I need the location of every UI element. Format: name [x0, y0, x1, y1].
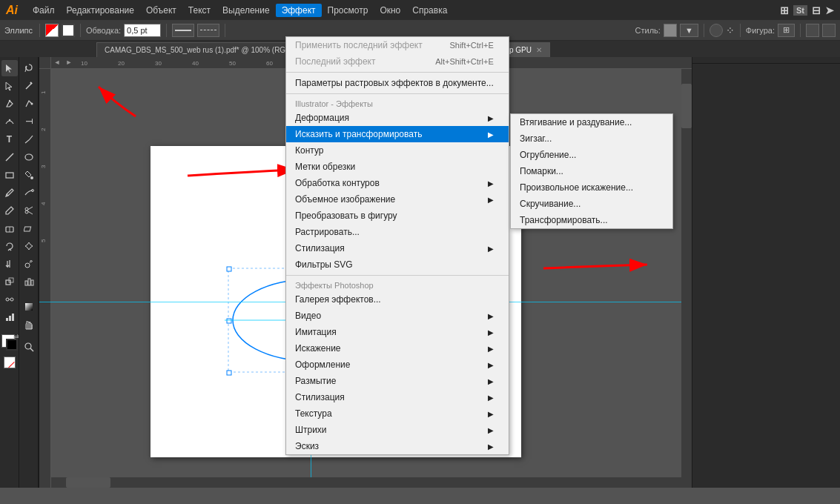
symbol-sprayer-tool[interactable] [21, 256, 37, 272]
menu-view[interactable]: Просмотр [322, 4, 374, 17]
select-tool[interactable] [1, 60, 18, 76]
scale-tool[interactable] [1, 273, 18, 290]
ellipse-tool[interactable] [21, 149, 37, 165]
submenu-transform[interactable]: Трансформировать... [511, 212, 672, 228]
effect-stylize[interactable]: Стилизация ▶ [286, 240, 509, 256]
vertical-scrollbar[interactable] [681, 69, 692, 477]
type-tool[interactable]: T [1, 131, 18, 147]
submenu-twist[interactable]: Скручивание... [511, 196, 672, 212]
effect-last[interactable]: Последний эффект Alt+Shift+Ctrl+E [286, 53, 509, 70]
rect-tool[interactable] [1, 167, 18, 183]
menu-effect[interactable]: Эффект [276, 4, 322, 17]
effect-stylize2[interactable]: Стилизация ▶ [286, 389, 509, 405]
svg-text:20: 20 [118, 60, 125, 67]
paintbucket-tool[interactable] [21, 167, 37, 183]
effect-gallery[interactable]: Галерея эффектов... [286, 291, 509, 308]
layout-icon[interactable]: ⊟ [812, 4, 821, 16]
chart-tool[interactable] [1, 309, 18, 325]
gradient-tool[interactable] [21, 299, 37, 315]
menu-file[interactable]: Файл [27, 4, 61, 17]
fill-color-swatch[interactable] [45, 24, 59, 37]
effect-strokes[interactable]: Штрихи ▶ [286, 422, 509, 438]
effect-apply-last[interactable]: Применить последний эффект Shift+Ctrl+E [286, 37, 509, 53]
effect-svg-filters[interactable]: Фильтры SVG [286, 256, 509, 273]
menu-object[interactable]: Объект [140, 4, 182, 17]
effect-raster-settings[interactable]: Параметры растровых эффектов в документе… [286, 75, 509, 91]
circle-btn1[interactable] [710, 24, 723, 37]
curvature-tool[interactable] [1, 113, 18, 130]
pen-tool[interactable] [1, 96, 18, 112]
horizontal-scrollbar[interactable] [51, 477, 692, 488]
svg-point-21 [25, 210, 28, 213]
scroll-left-btn[interactable]: ◄ [51, 57, 63, 67]
effect-video[interactable]: Видео ▶ [286, 308, 509, 324]
effect-contour[interactable]: Контур [286, 142, 509, 159]
brush-tool[interactable] [1, 185, 18, 201]
stroke-value-input[interactable] [124, 24, 161, 37]
smooth-tool[interactable] [21, 185, 37, 201]
submenu-bloat[interactable]: Помарки... [511, 163, 672, 179]
effect-crop-marks[interactable]: Метки обрезки [286, 159, 509, 175]
effect-sketch[interactable]: Эскиз ▶ [286, 438, 509, 454]
stroke-color-swatch[interactable] [62, 24, 75, 37]
svg-text:5: 5 [40, 239, 47, 242]
svg-line-22 [27, 207, 33, 210]
line-tool[interactable] [1, 149, 18, 165]
anchor-pen-tool[interactable] [21, 96, 37, 112]
stroke-solid-btn[interactable] [172, 24, 194, 37]
none-color-btn[interactable] [4, 357, 16, 368]
svg-point-8 [6, 298, 9, 301]
rotate-tool[interactable] [1, 238, 18, 254]
effect-texture[interactable]: Текстура ▶ [286, 405, 509, 422]
zoom-tool[interactable] [21, 339, 37, 355]
column-graph-tool[interactable] [21, 273, 37, 290]
effect-blur[interactable]: Размытие ▶ [286, 373, 509, 389]
style-btn[interactable]: ▼ [680, 24, 698, 37]
effect-imitation[interactable]: Имитация ▶ [286, 324, 509, 340]
menu-select[interactable]: Выделение [216, 4, 276, 17]
effect-distort-transform[interactable]: Исказить и трансформировать ▶ [286, 126, 509, 142]
effect-convert-shape[interactable]: Преобразовать в фигуру [286, 208, 509, 224]
submenu-zigzag[interactable]: Зигзаг... [511, 130, 672, 147]
effect-menu-dropdown: Применить последний эффект Shift+Ctrl+E … [285, 36, 509, 455]
menu-edit[interactable]: Редактирование [61, 4, 140, 17]
pencil-tool[interactable] [1, 202, 18, 219]
color-fill-btn[interactable]: ⇄ [1, 334, 18, 351]
effect-path-processing[interactable]: Обработка контуров ▶ [286, 175, 509, 191]
transform-w-icon[interactable] [822, 24, 836, 37]
menu-help[interactable]: Справка [406, 4, 453, 17]
stroke-dashed-btn[interactable] [197, 24, 219, 37]
style-swatch[interactable] [664, 24, 677, 37]
menu-window[interactable]: Окно [374, 4, 406, 17]
reshape-tool[interactable] [21, 238, 37, 254]
effect-distortion[interactable]: Искажение ▶ [286, 340, 509, 357]
lasso-tool[interactable] [21, 60, 37, 76]
svg-line-15 [30, 82, 32, 84]
type-vertical-tool[interactable]: T [21, 113, 37, 130]
align-btn[interactable]: ⁘ [726, 24, 735, 36]
effect-design[interactable]: Оформление ▶ [286, 357, 509, 373]
magic-wand-tool[interactable] [21, 78, 37, 94]
tab-2-close[interactable]: ✕ [536, 46, 542, 54]
figure-input[interactable]: ⊞ [778, 24, 795, 37]
effect-3d[interactable]: Объемное изображение ▶ [286, 191, 509, 208]
scroll-right-btn[interactable]: ► [63, 57, 75, 67]
send-icon[interactable]: ➤ [825, 4, 834, 16]
submenu-roughen[interactable]: Огрубление... [511, 147, 672, 163]
blend-tool[interactable] [1, 291, 18, 308]
submenu-attract-expand[interactable]: Втягивание и раздувание... [511, 114, 672, 130]
direct-select-tool[interactable] [1, 78, 18, 94]
scissors-tool[interactable] [21, 202, 37, 219]
eraser-tool[interactable] [1, 220, 18, 236]
menu-text[interactable]: Текст [182, 4, 216, 17]
transform-x-icon[interactable] [806, 24, 819, 37]
shear-tool[interactable] [21, 220, 37, 236]
grid-icon[interactable]: ⊞ [780, 4, 789, 16]
arc-tool[interactable] [21, 131, 37, 147]
submenu-arbitrary[interactable]: Произвольное искажение... [511, 179, 672, 196]
svg-text:1: 1 [40, 90, 47, 94]
effect-deform[interactable]: Деформация ▶ [286, 110, 509, 126]
effect-rasterize[interactable]: Растрировать... [286, 224, 509, 240]
hand-tool[interactable] [21, 316, 37, 333]
reflect-tool[interactable] [1, 256, 18, 272]
